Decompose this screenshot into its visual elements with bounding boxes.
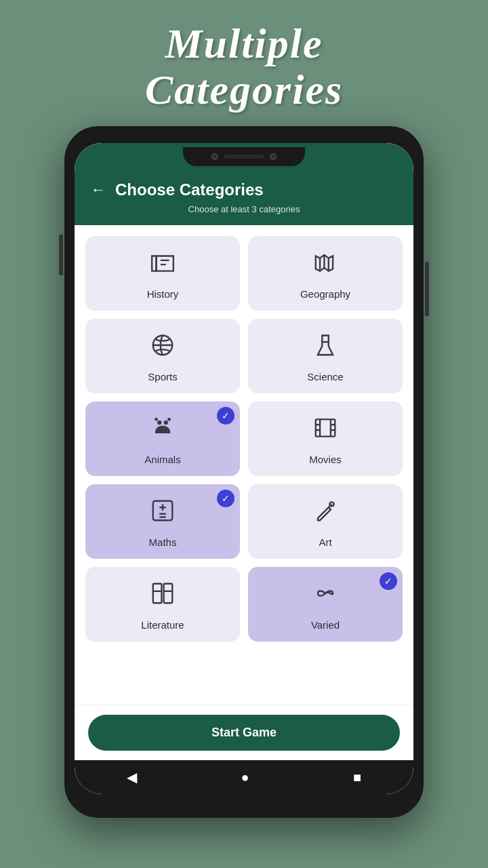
page-title: Multiple Categories (145, 20, 343, 113)
movies-icon (312, 415, 338, 447)
svg-rect-9 (316, 420, 336, 437)
start-game-button[interactable]: Start Game (88, 715, 400, 751)
history-icon (150, 250, 176, 281)
animals-check: ✓ (217, 407, 235, 425)
nav-bar: ◀ ● ■ (75, 760, 413, 794)
category-art[interactable]: Art (248, 484, 403, 559)
speaker-bar (224, 155, 264, 159)
svg-point-5 (157, 420, 161, 425)
svg-rect-23 (153, 584, 162, 604)
movies-label: Movies (309, 454, 342, 465)
svg-point-7 (155, 418, 158, 421)
category-literature[interactable]: Literature (85, 567, 240, 642)
svg-point-8 (167, 418, 171, 421)
header: ← Choose Categories Choose at least 3 ca… (75, 170, 413, 225)
varied-label: Varied (311, 619, 340, 631)
geography-label: Geography (300, 288, 350, 300)
art-label: Art (319, 536, 331, 548)
phone-screen: ← Choose Categories Choose at least 3 ca… (75, 143, 413, 794)
science-label: Science (307, 371, 343, 382)
category-animals[interactable]: ✓ Animals (85, 401, 240, 476)
literature-icon (150, 580, 176, 612)
header-title: Choose Categories (115, 180, 264, 199)
sports-label: Sports (148, 371, 177, 382)
category-movies[interactable]: Movies (248, 401, 403, 476)
maths-label: Maths (149, 536, 177, 548)
science-icon (312, 332, 338, 364)
svg-rect-24 (164, 584, 173, 604)
category-geography[interactable]: Geography (248, 236, 403, 311)
category-maths[interactable]: ✓ Maths (85, 484, 240, 559)
nav-back-button[interactable]: ◀ (127, 769, 137, 785)
header-top: ← Choose Categories (88, 178, 400, 201)
varied-icon (312, 580, 338, 612)
content-area: History Geography (75, 225, 413, 705)
camera-dot2 (270, 153, 277, 160)
animals-label: Animals (144, 454, 180, 465)
maths-check: ✓ (217, 490, 235, 507)
category-science[interactable]: Science (248, 319, 403, 393)
geography-icon (312, 250, 338, 281)
categories-grid: History Geography (85, 236, 403, 642)
category-sports[interactable]: Sports (85, 319, 240, 393)
maths-icon (150, 498, 176, 530)
camera-dot (211, 153, 218, 160)
bottom-bar: Start Game (75, 705, 413, 760)
category-history[interactable]: History (85, 236, 240, 311)
animals-icon (150, 415, 176, 447)
history-label: History (147, 288, 179, 300)
category-varied[interactable]: ✓ Varied (248, 567, 403, 642)
notch-area (75, 143, 413, 170)
nav-home-button[interactable]: ● (241, 770, 249, 785)
phone-frame: ← Choose Categories Choose at least 3 ca… (64, 126, 424, 818)
varied-check: ✓ (380, 572, 397, 590)
back-button[interactable]: ← (88, 178, 108, 201)
literature-label: Literature (141, 619, 184, 631)
notch (183, 147, 305, 166)
svg-point-6 (164, 420, 168, 425)
nav-recents-button[interactable]: ■ (353, 770, 361, 785)
header-subtitle: Choose at least 3 categories (188, 204, 300, 214)
sports-icon (150, 332, 176, 364)
art-icon (312, 498, 338, 530)
